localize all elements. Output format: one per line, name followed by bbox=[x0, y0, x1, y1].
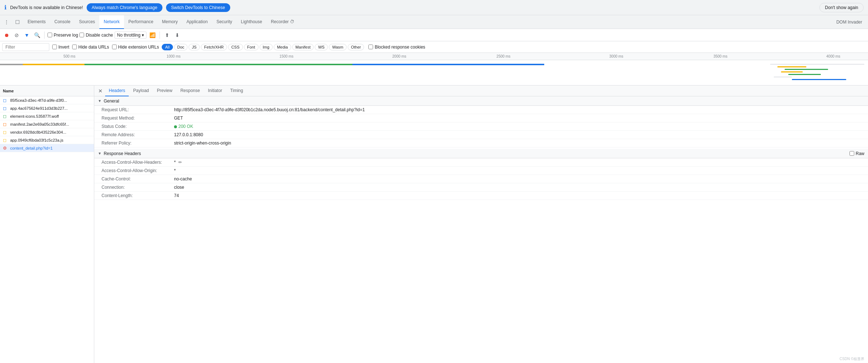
watermark: CSDN ©核显界 bbox=[840, 356, 864, 362]
file-name: app.0949cf6bda03f1c5c23a.js bbox=[10, 138, 63, 142]
disable-cache-checkbox[interactable] bbox=[79, 33, 84, 37]
raw-checkbox-label[interactable]: Raw bbox=[850, 151, 864, 156]
type-btn-ws[interactable]: WS bbox=[315, 44, 328, 50]
preserve-log-checkbox[interactable] bbox=[47, 33, 52, 37]
tick-1500ms: 1500 ms bbox=[280, 54, 293, 58]
notification-text: DevTools is now available in Chinese! bbox=[10, 5, 83, 10]
blocked-cookies-label[interactable]: Blocked response cookies bbox=[368, 45, 425, 50]
tab-elements[interactable]: Elements bbox=[23, 15, 50, 29]
manifest-icon: ◻ bbox=[3, 122, 8, 127]
tick-1000ms: 1000 ms bbox=[167, 54, 181, 58]
type-filter-buttons: All Doc JS Fetch/XHR CSS Font Img Media … bbox=[162, 44, 364, 50]
timeline-area: 500 ms 1000 ms 1500 ms 2000 ms 2500 ms 3… bbox=[0, 53, 868, 85]
file-item-active[interactable]: ⚙ content_detail.php?id=1 bbox=[0, 144, 94, 152]
tab-lighthouse[interactable]: Lighthouse bbox=[236, 15, 266, 29]
type-btn-fetch-xhr[interactable]: Fetch/XHR bbox=[201, 44, 227, 50]
file-name: vendor.6928dc8b435226e304... bbox=[10, 130, 66, 134]
hide-data-urls-checkbox[interactable] bbox=[72, 45, 77, 49]
edit-icon[interactable]: ✏ bbox=[178, 160, 182, 165]
table-row: Status Code: 200 OK bbox=[94, 122, 868, 131]
connection-value: close bbox=[167, 183, 868, 192]
detail-tab-payload[interactable]: Payload bbox=[129, 85, 152, 96]
tabs-bar: ⋮ ☐ Elements Console Sources Network Per… bbox=[0, 15, 868, 29]
type-btn-doc[interactable]: Doc bbox=[174, 44, 188, 50]
disable-cache-checkbox-label[interactable]: Disable cache bbox=[79, 33, 113, 38]
file-item[interactable]: ◻ element-icons.535877f.woff bbox=[0, 112, 94, 120]
tab-sources[interactable]: Sources bbox=[75, 15, 99, 29]
type-btn-other[interactable]: Other bbox=[348, 44, 364, 50]
doc-icon: ◻ bbox=[3, 98, 8, 103]
status-ok-text: 200 OK bbox=[178, 124, 193, 129]
acah-label: Access-Control-Allow-Headers: bbox=[94, 158, 167, 167]
clear-icon[interactable]: ⊘ bbox=[12, 31, 21, 39]
info-icon: ℹ bbox=[4, 4, 7, 11]
tick-500ms: 500 ms bbox=[63, 54, 75, 58]
filter-icon[interactable]: ▼ bbox=[22, 31, 31, 39]
main-content: Name ◻ 85f5cea3-d3ec-4f7d-a9fe-d3f0... ◻… bbox=[0, 85, 868, 363]
tab-memory[interactable]: Memory bbox=[158, 15, 182, 29]
notification-bar: ℹ DevTools is now available in Chinese! … bbox=[0, 0, 868, 15]
tab-dom-invader[interactable]: DOM Invader bbox=[832, 15, 867, 29]
detail-tab-response[interactable]: Response bbox=[177, 85, 203, 96]
upload-icon[interactable]: ⬆ bbox=[163, 31, 171, 39]
detail-tab-initiator[interactable]: Initiator bbox=[204, 85, 226, 96]
file-item[interactable]: ◻ 85f5cea3-d3ec-4f7d-a9fe-d3f0... bbox=[0, 96, 94, 104]
type-btn-manifest[interactable]: Manifest bbox=[292, 44, 314, 50]
file-item[interactable]: ◻ vendor.6928dc8b435226e304... bbox=[0, 128, 94, 136]
tab-security[interactable]: Security bbox=[212, 15, 236, 29]
type-btn-css[interactable]: CSS bbox=[228, 44, 243, 50]
dont-show-again-button[interactable]: Don't show again bbox=[819, 3, 864, 12]
type-btn-media[interactable]: Media bbox=[274, 44, 291, 50]
file-item[interactable]: ◻ app.0949cf6bda03f1c5c23a.js bbox=[0, 136, 94, 144]
tab-console[interactable]: Console bbox=[50, 15, 75, 29]
match-language-button[interactable]: Always match Chrome's language bbox=[87, 3, 162, 12]
hide-ext-urls-checkbox[interactable] bbox=[112, 45, 117, 49]
file-item[interactable]: ◻ manifest.2ae2e69a05c33dfc65f... bbox=[0, 120, 94, 128]
response-headers-section-header[interactable]: ▼ Response Headers Raw bbox=[94, 149, 868, 158]
triangle-icon-2: ▼ bbox=[98, 151, 102, 155]
type-btn-all[interactable]: All bbox=[162, 44, 173, 50]
status-dot bbox=[174, 125, 177, 128]
connection-label: Connection: bbox=[94, 183, 167, 192]
blocked-cookies-checkbox[interactable] bbox=[368, 45, 373, 49]
hide-ext-urls-checkbox-label[interactable]: Hide extension URLs bbox=[112, 45, 159, 50]
table-row: Remote Address: 127.0.0.1:8080 bbox=[94, 131, 868, 139]
customize-devtools-icon[interactable]: ⋮ bbox=[1, 17, 12, 27]
invert-checkbox[interactable] bbox=[52, 45, 57, 49]
close-details-button[interactable]: ✕ bbox=[96, 87, 104, 95]
general-section-header[interactable]: ▼ General bbox=[94, 96, 868, 106]
details-tabs: ✕ Headers Payload Preview Response Initi… bbox=[94, 85, 868, 96]
tab-performance[interactable]: Performance bbox=[124, 15, 158, 29]
switch-chinese-button[interactable]: Switch DevTools to Chinese bbox=[166, 3, 230, 12]
detail-tab-timing[interactable]: Timing bbox=[227, 85, 247, 96]
cache-control-label: Cache-Control: bbox=[94, 175, 167, 183]
invert-checkbox-label[interactable]: Invert bbox=[52, 45, 69, 50]
file-item[interactable]: ◻ app.4ac675624e911d3d3b227... bbox=[0, 104, 94, 112]
raw-checkbox[interactable] bbox=[850, 151, 854, 156]
hide-ext-urls-label: Hide extension URLs bbox=[118, 45, 159, 50]
record-stop-icon[interactable]: ⏺ bbox=[2, 31, 11, 39]
search-icon[interactable]: 🔍 bbox=[33, 31, 41, 39]
type-btn-font[interactable]: Font bbox=[244, 44, 259, 50]
request-method-label: Request Method: bbox=[94, 114, 167, 122]
hide-data-urls-checkbox-label[interactable]: Hide data URLs bbox=[72, 45, 109, 50]
tick-3000ms: 3000 ms bbox=[609, 54, 623, 58]
wifi-icon[interactable]: 📶 bbox=[148, 31, 157, 39]
download-icon[interactable]: ⬇ bbox=[173, 31, 182, 39]
type-btn-img[interactable]: Img bbox=[260, 44, 273, 50]
tab-network[interactable]: Network bbox=[99, 15, 124, 29]
blocked-cookies-text: Blocked response cookies bbox=[375, 45, 425, 50]
preserve-log-checkbox-label[interactable]: Preserve log bbox=[47, 33, 78, 38]
device-toolbar-icon[interactable]: ☐ bbox=[12, 17, 22, 27]
tab-application[interactable]: Application bbox=[182, 15, 212, 29]
throttle-selector[interactable]: No throttling ▾ bbox=[115, 32, 147, 39]
filter-input[interactable] bbox=[2, 43, 49, 51]
type-btn-js[interactable]: JS bbox=[189, 44, 200, 50]
file-list-panel: Name ◻ 85f5cea3-d3ec-4f7d-a9fe-d3f0... ◻… bbox=[0, 85, 94, 363]
file-name: manifest.2ae2e69a05c33dfc65f... bbox=[10, 122, 69, 126]
type-btn-wasm[interactable]: Wasm bbox=[329, 44, 347, 50]
detail-tab-preview[interactable]: Preview bbox=[153, 85, 176, 96]
referrer-policy-label: Referrer Policy: bbox=[94, 139, 167, 147]
tab-recorder[interactable]: Recorder ⏱ bbox=[266, 15, 299, 29]
detail-tab-headers[interactable]: Headers bbox=[105, 85, 129, 96]
